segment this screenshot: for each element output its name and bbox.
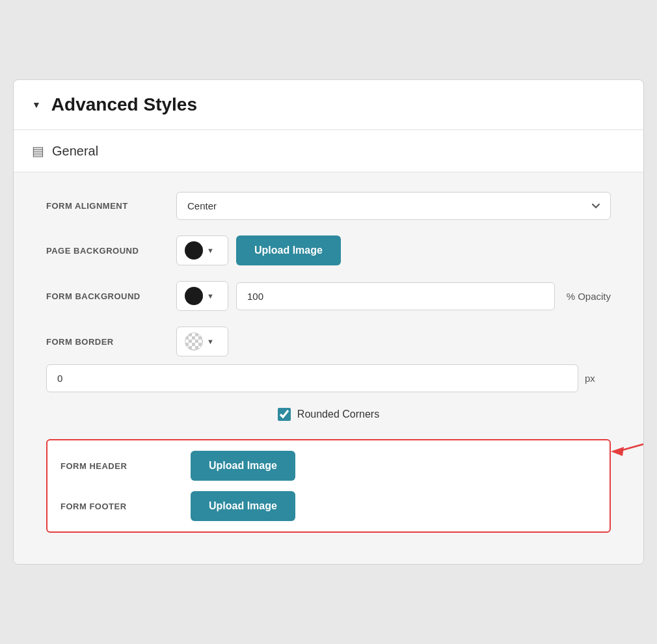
opacity-label: % Opacity [567,291,611,302]
form-border-dropdown-arrow: ▼ [207,338,214,345]
form-border-label: FORM BORDER [46,337,176,347]
form-alignment-controls: Center Left Right [176,192,611,220]
form-header-upload-button[interactable]: Upload Image [191,451,295,481]
rounded-corners-checkbox[interactable] [278,408,291,421]
page-background-controls: ▼ Upload Image [176,235,611,265]
form-background-controls: ▼ % Opacity [176,281,611,311]
form-border-swatch [185,332,203,351]
svg-marker-1 [611,447,624,456]
form-alignment-label: FORM ALIGNMENT [46,201,176,211]
form-border-row: FORM BORDER ▼ [46,327,611,356]
form-background-swatch [185,287,203,305]
highlighted-section: FORM HEADER Upload Image FORM FOOTER Upl… [46,439,611,533]
form-bg-dropdown-arrow: ▼ [207,292,214,300]
form-border-controls: ▼ [176,327,611,356]
page-background-row: PAGE BACKGROUND ▼ Upload Image [46,235,611,265]
advanced-styles-panel: ▼ Advanced Styles ▤ General FORM ALIGNME… [13,79,644,565]
form-background-color-picker[interactable]: ▼ [176,281,228,311]
rounded-corners-row: Rounded Corners [46,408,611,421]
rounded-corners-label: Rounded Corners [297,409,379,420]
border-px-input[interactable] [46,364,578,392]
page-background-upload-button[interactable]: Upload Image [236,235,341,265]
page-background-color-picker[interactable]: ▼ [176,235,228,265]
panel-header: ▼ Advanced Styles [14,80,643,130]
page-background-label: PAGE BACKGROUND [46,246,176,256]
form-header-row: FORM HEADER Upload Image [60,451,597,481]
opacity-input[interactable] [236,282,555,310]
page-background-swatch [185,241,203,260]
px-row: px [46,364,611,392]
chevron-icon: ▼ [32,100,41,110]
general-icon: ▤ [32,143,44,159]
svg-line-0 [617,435,644,451]
form-background-row: FORM BACKGROUND ▼ % Opacity [46,281,611,311]
form-alignment-row: FORM ALIGNMENT Center Left Right [46,192,611,220]
px-label: px [585,373,611,384]
form-body: FORM ALIGNMENT Center Left Right PAGE BA… [14,172,643,564]
form-header-footer-wrapper: FORM HEADER Upload Image FORM FOOTER Upl… [46,439,611,533]
form-background-label: FORM BACKGROUND [46,291,176,301]
form-border-color-picker[interactable]: ▼ [176,327,228,356]
form-footer-label: FORM FOOTER [60,502,191,511]
form-alignment-select[interactable]: Center Left Right [176,192,611,220]
form-header-label: FORM HEADER [60,461,191,471]
form-footer-row: FORM FOOTER Upload Image [60,491,597,521]
general-section: ▤ General [14,130,643,172]
form-footer-upload-button[interactable]: Upload Image [191,491,295,521]
panel-title: Advanced Styles [51,94,197,115]
color-dropdown-arrow: ▼ [207,247,214,254]
general-label: General [52,144,98,159]
